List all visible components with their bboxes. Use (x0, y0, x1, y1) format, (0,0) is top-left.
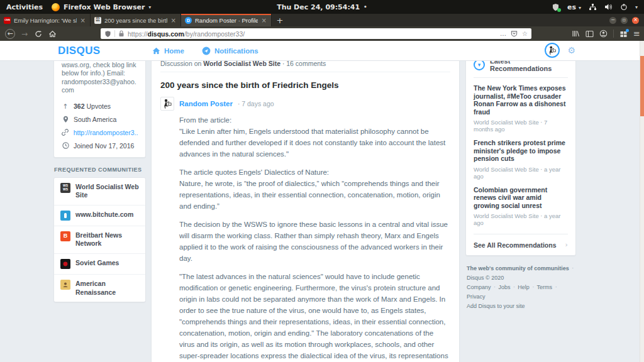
profile-card: (censored recently on wsws.org, check bl… (53, 50, 146, 158)
recommendation-meta: World Socialist Web Site · 7 months ago (474, 119, 568, 133)
upvotes-count: 362 (74, 102, 85, 110)
page-actions-icon[interactable]: … (500, 30, 506, 37)
community-name: Breitbart News Network (75, 231, 139, 248)
menu-icon[interactable]: ≡ (633, 29, 640, 38)
community-item-american-renaissance[interactable]: American Renaissance (54, 275, 145, 302)
footer-add-disqus-link[interactable]: Add Disqus to your site (467, 303, 525, 309)
library-icon[interactable] (572, 30, 580, 38)
minimize-button[interactable]: − (609, 17, 616, 24)
url-scheme: https:// (128, 30, 148, 38)
wsws-community-icon: WS WS (60, 183, 70, 193)
post-paragraph: "The latest advances in the natural scie… (179, 271, 450, 362)
footer-link-jobs[interactable]: Jobs (498, 284, 510, 290)
extension-icon[interactable] (619, 30, 628, 38)
notifications-icon (202, 47, 211, 55)
disqus-logo[interactable]: DISQUS (58, 45, 101, 57)
joined-label: Joined Nov 17, 2016 (74, 142, 134, 150)
nav-notifications-label: Notifications (214, 47, 258, 55)
user-avatar[interactable] (545, 43, 560, 58)
recommendation-title[interactable]: French strikers protest prime minister's… (474, 139, 568, 163)
keyboard-layout-indicator[interactable]: es ▾ (567, 3, 581, 11)
home-icon (152, 47, 160, 55)
recommendation-item[interactable]: The New York Times exposes journalist, #… (474, 78, 568, 133)
lock-icon[interactable] (118, 30, 125, 37)
recommendation-source: World Socialist Web Site (474, 166, 539, 173)
tab-close-icon[interactable]: × (170, 17, 177, 24)
close-button[interactable]: × (632, 17, 639, 24)
tab-close-icon[interactable]: × (261, 17, 267, 24)
frequented-communities-heading: FREQUENTED COMMUNITIES (54, 167, 146, 173)
settings-gear-icon[interactable]: ⚙ (567, 46, 575, 55)
new-tab-button[interactable]: + (272, 14, 288, 26)
footer-link-company[interactable]: Company (467, 284, 491, 290)
reload-button[interactable] (31, 30, 45, 38)
community-item-bitchute[interactable]: www.bitchute.com (54, 206, 145, 226)
url-bar[interactable]: https://disqus.com/by/randomposter33/ … … (101, 28, 531, 39)
community-item-breitbart[interactable]: B Breitbart News Network (54, 226, 145, 254)
scrollbar-thumb[interactable] (640, 56, 644, 116)
soviet-games-community-icon (60, 259, 70, 269)
website-link[interactable]: http://randomposter3... (74, 129, 138, 136)
app-menu[interactable]: Firefox Web Browser ▾ (52, 3, 151, 11)
volume-icon[interactable] (604, 3, 613, 11)
recommendation-title[interactable]: Colombian government renews civil war am… (474, 186, 568, 210)
scrollbar-track[interactable] (640, 41, 644, 362)
footer-link-help[interactable]: Help (518, 284, 530, 290)
forward-button[interactable]: → (18, 30, 31, 38)
tab-close-icon[interactable]: × (80, 17, 86, 24)
bitchute-community-icon (60, 211, 70, 221)
tab-disqus-profile[interactable]: D Random Poster · Profile × (181, 14, 272, 26)
recommendation-item[interactable]: French strikers protest prime minister's… (474, 133, 568, 180)
post-body: From the article: "Like Lenin after him,… (160, 114, 450, 362)
post-paragraph: The decision by the WSWS to ignore these… (179, 219, 450, 264)
community-name: www.bitchute.com (75, 211, 133, 219)
thread-title: 200 years since the birth of Friedrich E… (160, 80, 450, 90)
network-icon[interactable] (589, 3, 597, 11)
chevron-down-icon[interactable]: ▾ (635, 4, 638, 10)
privacy-shield-icon[interactable] (552, 3, 560, 11)
tab-wsws[interactable]: WS WS 200 years since the birth × (91, 14, 181, 26)
location-label: South America (74, 116, 116, 123)
clock-text: Thu Dec 24, 09:54:41 (277, 3, 360, 11)
community-item-soviet-games[interactable]: Soviet Games (54, 254, 145, 275)
disqus-favicon-icon: D (185, 17, 192, 24)
separator: · (570, 265, 575, 272)
account-icon[interactable] (599, 30, 608, 38)
post-paragraph: The article quotes Engels' Dialectics of… (179, 167, 450, 212)
author-name-link[interactable]: Random Poster (179, 100, 233, 107)
american-renaissance-community-icon (60, 280, 70, 290)
separator: · (238, 100, 240, 107)
chevron-down-icon: ▾ (579, 5, 581, 11)
footer-link-terms[interactable]: Terms (537, 284, 553, 290)
separator: · (492, 284, 497, 290)
footer-link-privacy[interactable]: Privacy (467, 293, 486, 300)
activities-button[interactable]: Activities (6, 3, 43, 11)
separator: · (531, 284, 535, 290)
author-avatar[interactable] (160, 97, 174, 111)
thread-card: Discussion on World Socialist Web Site ·… (151, 55, 460, 362)
nav-notifications-link[interactable]: Notifications (202, 47, 258, 55)
see-all-recommendations-link[interactable]: See All Recommendations › (474, 234, 568, 255)
tab-cnn[interactable]: CNN Emily Harrington: 'We sh × (0, 14, 91, 26)
tab-title: 200 years since the birth (104, 17, 167, 24)
sidebar-toggle-icon[interactable] (586, 30, 594, 38)
clock[interactable]: Thu Dec 24, 09:54:41 • (277, 3, 367, 11)
back-button[interactable]: ← (5, 29, 15, 39)
tracking-shield-icon[interactable] (104, 30, 111, 38)
power-icon[interactable] (620, 3, 628, 11)
maximize-button[interactable]: ▫ (621, 17, 628, 24)
extension-badge (626, 29, 629, 32)
clock-icon (62, 142, 69, 149)
language-label: es (567, 3, 576, 11)
recommendation-title[interactable]: The New York Times exposes journalist, #… (474, 84, 568, 116)
home-button[interactable] (45, 30, 59, 38)
link-icon (62, 129, 69, 136)
post-timestamp[interactable]: · 7 days ago (238, 100, 274, 107)
pocket-icon[interactable] (511, 30, 518, 37)
nav-home-link[interactable]: Home (152, 47, 184, 55)
upvote-arrow-icon: ↑ (62, 102, 69, 110)
url-text[interactable]: https://disqus.com/by/randomposter33/ (128, 30, 497, 38)
community-item-wsws[interactable]: WS WS World Socialist Web Site (54, 178, 145, 206)
bookmark-star-icon[interactable]: ☆ (522, 30, 528, 37)
recommendation-item[interactable]: Colombian government renews civil war am… (474, 180, 568, 227)
